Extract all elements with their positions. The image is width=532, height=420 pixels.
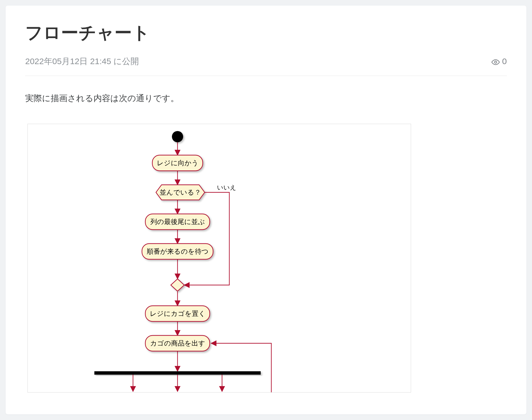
svg-text:レジに向かう: レジに向かう [157,159,199,167]
published-date: 2022年05月12日 21:45 に公開 [25,56,139,67]
flow-merge-node [171,279,184,291]
svg-marker-17 [171,279,184,291]
flow-node-take-items: カゴの商品を出す [145,335,210,351]
svg-point-0 [495,61,497,63]
eye-icon [491,57,500,66]
view-counter: 0 [491,57,507,66]
flow-decision-queue: 並んでいる？ [156,185,205,200]
flow-node-place-basket: レジにカゴを置く [145,306,210,321]
flowchart-diagram: いいえ レジに向かう 並んでいる？ [27,124,411,393]
svg-text:並んでいる？: 並んでいる？ [160,188,201,196]
svg-text:カゴの商品を出す: カゴの商品を出す [150,339,205,347]
flow-node-line-up: 列の最後尾に並ぶ [145,214,210,230]
decision-no-label: いいえ [217,184,236,191]
page-title: フローチャート [25,21,507,45]
flow-node-go-to-register: レジに向かう [152,155,203,171]
flow-fork-bar [94,371,261,375]
svg-text:順番が来るのを待つ: 順番が来るのを待つ [147,248,209,255]
view-count: 0 [502,57,507,66]
intro-text: 実際に描画される内容は次の通りです。 [25,93,507,104]
flow-node-wait-turn: 順番が来るのを待つ [142,244,213,259]
flow-start-node [172,131,183,142]
svg-text:レジにカゴを置く: レジにカゴを置く [150,310,206,317]
meta-row: 2022年05月12日 21:45 に公開 0 [25,56,507,76]
svg-text:列の最後尾に並ぶ: 列の最後尾に並ぶ [150,218,205,225]
article-card: フローチャート 2022年05月12日 21:45 に公開 0 実際に描画される… [6,6,526,414]
